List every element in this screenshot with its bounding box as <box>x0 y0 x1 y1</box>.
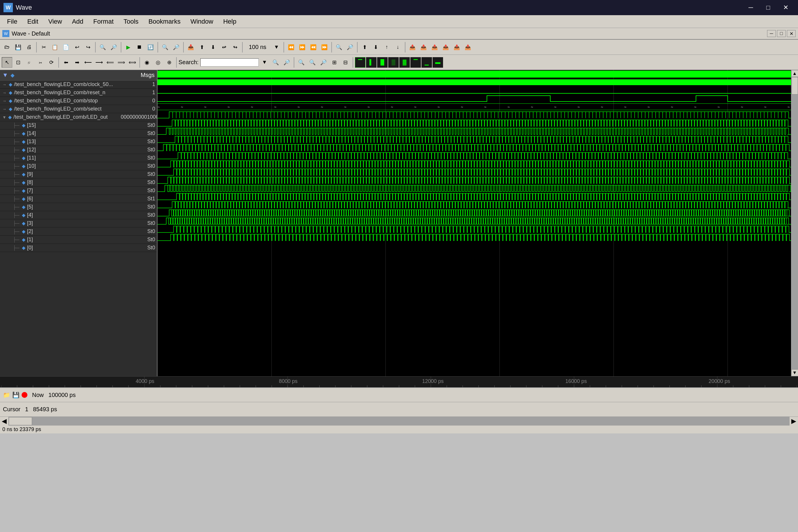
scroll-track[interactable] <box>791 77 798 369</box>
print-button[interactable]: 🖨 <box>24 42 34 53</box>
cursor-right-button[interactable]: ➡ <box>72 57 82 68</box>
minimize-button[interactable]: ─ <box>742 0 760 15</box>
time-unit-dropdown[interactable]: ▼ <box>271 42 282 53</box>
scroll-up-arrow[interactable]: ▲ <box>791 70 798 77</box>
snap-button[interactable]: ◉ <box>142 57 152 68</box>
export2-button[interactable]: 📤 <box>418 42 429 53</box>
cursor-prev-button[interactable]: ⟵ <box>83 57 93 68</box>
menu-item-tools[interactable]: Tools <box>119 17 143 26</box>
signal-row-s18[interactable]: ├─◆[3]St0 <box>0 219 157 228</box>
copy-button[interactable]: 📋 <box>50 42 60 53</box>
wave-tool2-button[interactable]: ⟕ <box>35 57 45 68</box>
export5-button[interactable]: 📤 <box>452 42 462 53</box>
paste-button[interactable]: 📄 <box>61 42 71 53</box>
signal-row-s19[interactable]: ├─◆[2]St0 <box>0 228 157 236</box>
signal-row-s21[interactable]: ├─◆[0]St0 <box>0 244 157 252</box>
cursor-next-button[interactable]: ⟶ <box>94 57 104 68</box>
zoom-out-button[interactable]: 🔎 <box>171 42 182 53</box>
signal-row-s2[interactable]: →◆/test_bench_flowingLED_comb/reset_n1 <box>0 89 157 97</box>
snap3-button[interactable]: ⊕ <box>164 57 174 68</box>
sig-up2-button[interactable]: ↑ <box>381 42 392 53</box>
signal-row-s4[interactable]: →◆/test_bench_flowingLED_comb/select0 <box>0 105 157 113</box>
waveform-area[interactable] <box>157 70 791 376</box>
search-go-button[interactable]: 🔍 <box>270 57 281 68</box>
menu-item-file[interactable]: File <box>2 17 22 26</box>
signal-row-s10[interactable]: ├─◆[11]St0 <box>0 154 157 162</box>
up-button[interactable]: ⬆ <box>196 42 207 53</box>
waveform-canvas[interactable] <box>157 70 791 376</box>
snap2-button[interactable]: ◎ <box>153 57 163 68</box>
menu-item-help[interactable]: Help <box>218 17 241 26</box>
signal-row-s14[interactable]: ├─◆[7]St0 <box>0 187 157 195</box>
menu-item-format[interactable]: Format <box>89 17 118 26</box>
menu-item-view[interactable]: View <box>43 17 66 26</box>
waveform-style7-button[interactable]: ▁ <box>421 57 432 68</box>
stop-button[interactable]: ⏹ <box>134 42 145 53</box>
search-prev-button[interactable]: 🔎 <box>282 57 292 68</box>
restart-button[interactable]: 🔃 <box>145 42 156 53</box>
hscroll-left-arrow[interactable]: ◀ <box>0 417 9 425</box>
scroll-down-arrow[interactable]: ▼ <box>791 369 798 376</box>
wave-tool3-button[interactable]: ⟳ <box>46 57 57 68</box>
down-button[interactable]: ⬇ <box>208 42 218 53</box>
save-button[interactable]: 💾 <box>13 42 23 53</box>
file-icon[interactable]: 💾 <box>12 392 19 398</box>
sig-up-button[interactable]: ⬆ <box>359 42 370 53</box>
signal-row-s15[interactable]: ├─◆[6]St1 <box>0 195 157 203</box>
export3-button[interactable]: 📤 <box>429 42 440 53</box>
zoom-out2-button[interactable]: 🔎 <box>318 57 329 68</box>
hscroll-thumb[interactable] <box>9 417 32 425</box>
new-button[interactable]: 🗁 <box>2 42 12 53</box>
wave-zoom-button[interactable]: 🔍 <box>334 42 344 53</box>
search-dropdown[interactable]: ▼ <box>259 57 270 68</box>
close-button[interactable]: ✕ <box>777 0 795 15</box>
search-input[interactable] <box>201 58 259 66</box>
hscroll-right-arrow[interactable]: ▶ <box>789 417 798 425</box>
zoom-in-button[interactable]: 🔍 <box>160 42 170 53</box>
signal-row-s5[interactable]: ▼◆/test_bench_flowingLED_comb/LED_out000… <box>0 113 157 121</box>
sig-down-button[interactable]: ⬇ <box>370 42 381 53</box>
expand-icon-s5[interactable]: ▼ <box>2 115 6 119</box>
signal-row-s1[interactable]: →◆/test_bench_flowingLED_comb/clock_50..… <box>0 80 157 89</box>
menu-item-bookmarks[interactable]: Bookmarks <box>144 17 185 26</box>
prev-button[interactable]: ↫ <box>219 42 229 53</box>
export6-button[interactable]: 📤 <box>462 42 473 53</box>
zoom-full-button[interactable]: ⊞ <box>329 57 340 68</box>
signal-row-s3[interactable]: →◆/test_bench_flowingLED_comb/stop0 <box>0 97 157 105</box>
signal-row-s20[interactable]: ├─◆[1]St0 <box>0 236 157 244</box>
wave-zoom2-button[interactable]: 🔎 <box>345 42 355 53</box>
signal-row-s13[interactable]: ├─◆[8]St0 <box>0 178 157 187</box>
hscroll-track[interactable] <box>9 417 789 425</box>
select-tool-button[interactable]: ↖ <box>2 57 12 68</box>
step-back2-button[interactable]: ⏪ <box>308 42 319 53</box>
step-fwd-button[interactable]: ⏩ <box>297 42 307 53</box>
signal-row-s17[interactable]: ├─◆[4]St0 <box>0 211 157 219</box>
cursor-next2-button[interactable]: ⟹ <box>116 57 127 68</box>
zoom-fit2-button[interactable]: ⊟ <box>340 57 351 68</box>
cursor-left-button[interactable]: ⬅ <box>61 57 71 68</box>
horizontal-scrollbar[interactable]: ◀ ▶ <box>0 417 798 425</box>
signal-row-s11[interactable]: ├─◆[10]St0 <box>0 162 157 170</box>
import-button[interactable]: 📥 <box>186 42 196 53</box>
zoom-in2-button[interactable]: 🔍 <box>307 57 318 68</box>
waveform-style5-button[interactable]: ▓ <box>399 57 410 68</box>
zoom-tool-button[interactable]: ⊡ <box>13 57 23 68</box>
waveform-style4-button[interactable]: ▒ <box>388 57 399 68</box>
panel-collapse-icon[interactable]: ▼ <box>2 72 8 78</box>
waveform-style3-button[interactable]: █ <box>377 57 387 68</box>
sig-down2-button[interactable]: ↓ <box>393 42 403 53</box>
record-icon[interactable] <box>22 392 27 398</box>
run-button[interactable]: ▶ <box>123 42 134 53</box>
inner-close-button[interactable]: ✕ <box>787 30 796 37</box>
step-back-button[interactable]: ⏪ <box>286 42 296 53</box>
signal-row-s12[interactable]: ├─◆[9]St0 <box>0 170 157 178</box>
signal-row-s16[interactable]: ├─◆[5]St0 <box>0 203 157 211</box>
export-button[interactable]: 📤 <box>407 42 418 53</box>
time-unit-input[interactable]: 100 ns <box>244 42 271 53</box>
find-next-button[interactable]: 🔎 <box>109 42 119 53</box>
next-button[interactable]: ↬ <box>230 42 240 53</box>
waveform-style6-button[interactable]: ▔ <box>411 57 421 68</box>
step-fwd2-button[interactable]: ⏩ <box>319 42 329 53</box>
undo-button[interactable]: ↩ <box>72 42 82 53</box>
scroll-thumb[interactable] <box>792 77 798 95</box>
